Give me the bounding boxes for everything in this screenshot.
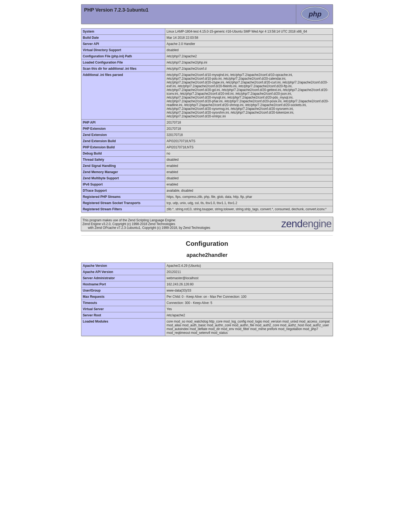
table-row: PHP Extension BuildAPI20170718,NTS <box>81 144 333 150</box>
directive-value: enabled <box>165 181 333 188</box>
table-row: Zend Multibyte Supportdisabled <box>81 175 333 181</box>
directive-value: /etc/php/7.2/apache2/conf.d/10-mysqlnd.i… <box>165 72 333 120</box>
directive-name: DTrace Support <box>81 188 165 194</box>
table-row: Build DateMar 14 2018 22:03:58 <box>81 35 333 41</box>
table-row: Server Administratorwebmaster@localhost <box>81 275 333 281</box>
table-row: Configuration File (php.ini) Path/etc/ph… <box>81 53 333 60</box>
directive-value: enabled <box>165 163 333 169</box>
directive-value: www-data(33)/33 <box>165 288 333 294</box>
apache-info-table: Apache VersionApache/2.4.29 (Ubuntu)Apac… <box>81 262 333 336</box>
configuration-heading: Configuration <box>0 240 414 247</box>
directive-name: Virtual Directory Support <box>81 47 165 53</box>
directive-value: 320170718 <box>165 132 333 138</box>
table-row: Zend Signal Handlingenabled <box>81 163 333 169</box>
directive-name: Registered Stream Socket Transports <box>81 200 165 206</box>
directive-value: /etc/php/7.2/apache2 <box>165 53 333 60</box>
table-row: Hostname:Port162.243.26.126:80 <box>81 281 333 288</box>
directive-name: Apache API Version <box>81 269 165 275</box>
table-row: Loaded Modulescore mod_so mod_watchdog h… <box>81 318 333 336</box>
directive-name: PHP Extension <box>81 126 165 132</box>
directive-name: Zend Extension Build <box>81 138 165 144</box>
directive-value: https, ftps, compress.zlib, php, file, g… <box>165 194 333 200</box>
table-row: Debug Buildno <box>81 150 333 157</box>
directive-value: 20120211 <box>165 269 333 275</box>
directive-name: Timeouts <box>81 300 165 306</box>
table-row: PHP Extension20170718 <box>81 126 333 132</box>
divider <box>81 235 333 236</box>
directive-name: Registered Stream Filters <box>81 206 165 212</box>
directive-name: Server Root <box>81 312 165 318</box>
directive-name: Registered PHP Streams <box>81 194 165 200</box>
directive-value: API320170718,NTS <box>165 138 333 144</box>
table-row: Virtual Directory Supportdisabled <box>81 47 333 53</box>
table-row: Server Root/etc/apache2 <box>81 312 333 318</box>
directive-value: Yes <box>165 306 333 312</box>
directive-value: API20170718,NTS <box>165 144 333 150</box>
directive-name: Loaded Modules <box>81 318 165 336</box>
directive-name: Build Date <box>81 35 165 41</box>
zend-engine-box: This program makes use of the Zend Scrip… <box>81 217 333 231</box>
directive-name: User/Group <box>81 288 165 294</box>
table-row: Registered Stream Filterszlib.*, string.… <box>81 206 333 212</box>
table-row: Max RequestsPer Child: 0 - Keep Alive: o… <box>81 294 333 300</box>
directive-value: core mod_so mod_watchdog http_core mod_l… <box>165 318 333 336</box>
zend-line2: Zend Engine v3.2.0, Copyright (c) 1998-2… <box>82 222 175 226</box>
table-row: PHP API20170718 <box>81 120 333 126</box>
directive-name: Hostname:Port <box>81 281 165 288</box>
table-row: Loaded Configuration File/etc/php/7.2/ap… <box>81 60 333 66</box>
svg-text:php: php <box>308 10 322 18</box>
zend-line3: with Zend OPcache v7.2.3-1ubuntu1, Copyr… <box>82 226 210 230</box>
directive-value: Linux LAMP-1804-test 4.15.0-15-generic #… <box>165 29 333 35</box>
directive-name: Zend Multibyte Support <box>81 175 165 181</box>
directive-name: Thread Safety <box>81 157 165 163</box>
main-info-table: SystemLinux LAMP-1804-test 4.15.0-15-gen… <box>81 28 333 212</box>
directive-name: PHP API <box>81 120 165 126</box>
zend-engine-logo-icon: zendengine <box>281 218 332 230</box>
table-row: Zend Extension320170718 <box>81 132 333 138</box>
directive-name: Configuration File (php.ini) Path <box>81 53 165 60</box>
page-title: PHP Version 7.2.3-1ubuntu1 <box>84 7 293 13</box>
directive-value: 20170718 <box>165 126 333 132</box>
directive-value: tcp, udp, unix, udg, ssl, tls, tlsv1.0, … <box>165 200 333 206</box>
directive-value: /etc/apache2 <box>165 312 333 318</box>
directive-name: PHP Extension Build <box>81 144 165 150</box>
directive-value: zlib.*, string.rot13, string.toupper, st… <box>165 206 333 212</box>
directive-value: Per Child: 0 - Keep Alive: on - Max Per … <box>165 294 333 300</box>
directive-name: Additional .ini files parsed <box>81 72 165 120</box>
directive-value: Mar 14 2018 22:03:58 <box>165 35 333 41</box>
table-row: Apache API Version20120211 <box>81 269 333 275</box>
apache2handler-heading: apache2handler <box>0 252 414 258</box>
directive-value: 162.243.26.126:80 <box>165 281 333 288</box>
zend-line1: This program makes use of the Zend Scrip… <box>82 218 176 222</box>
directive-name: Server Administrator <box>81 275 165 281</box>
table-row: Server APIApache 2.0 Handler <box>81 41 333 47</box>
directive-name: Zend Signal Handling <box>81 163 165 169</box>
directive-name: System <box>81 29 165 35</box>
directive-value: Apache/2.4.29 (Ubuntu) <box>165 263 333 269</box>
directive-value: Connection: 300 - Keep-Alive: 5 <box>165 300 333 306</box>
table-row: Virtual ServerYes <box>81 306 333 312</box>
directive-value: disabled <box>165 175 333 181</box>
directive-name: Virtual Server <box>81 306 165 312</box>
directive-name: Scan this dir for additional .ini files <box>81 66 165 72</box>
directive-name: Debug Build <box>81 150 165 157</box>
directive-value: /etc/php/7.2/apache2/conf.d <box>165 66 333 72</box>
directive-name: Zend Extension <box>81 132 165 138</box>
table-row: User/Groupwww-data(33)/33 <box>81 288 333 294</box>
directive-value: enabled <box>165 169 333 175</box>
directive-name: IPv6 Support <box>81 181 165 188</box>
table-row: Apache VersionApache/2.4.29 (Ubuntu) <box>81 263 333 269</box>
table-row: Thread Safetydisabled <box>81 157 333 163</box>
directive-value: disabled <box>165 157 333 163</box>
header-table: PHP Version 7.2.3-1ubuntu1 php <box>81 4 333 24</box>
directive-value: 20170718 <box>165 120 333 126</box>
directive-value: /etc/php/7.2/apache2/php.ini <box>165 60 333 66</box>
table-row: SystemLinux LAMP-1804-test 4.15.0-15-gen… <box>81 29 333 35</box>
table-row: Registered Stream Socket Transportstcp, … <box>81 200 333 206</box>
table-row: Zend Extension BuildAPI320170718,NTS <box>81 138 333 144</box>
table-row: Scan this dir for additional .ini files/… <box>81 66 333 72</box>
directive-value: available, disabled <box>165 188 333 194</box>
table-row: Additional .ini files parsed/etc/php/7.2… <box>81 72 333 120</box>
table-row: DTrace Supportavailable, disabled <box>81 188 333 194</box>
directive-value: Apache 2.0 Handler <box>165 41 333 47</box>
